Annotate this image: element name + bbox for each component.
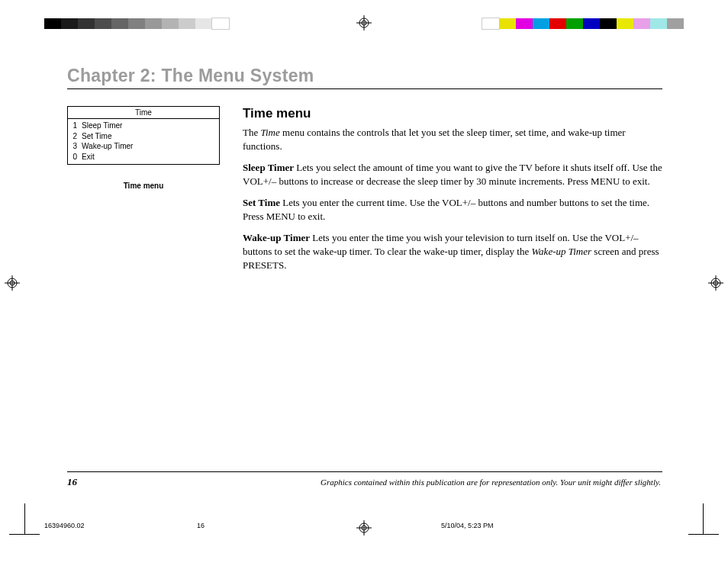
- menu-box-item: 1Sleep Timer: [71, 121, 216, 131]
- menu-box-item: 2Set Time: [71, 131, 216, 142]
- crop-mark-icon: [703, 503, 704, 534]
- crop-mark-icon: [688, 534, 719, 535]
- body-paragraph: Set Time Lets you enter the current time…: [243, 196, 662, 224]
- chapter-title: Chapter 2: The Menu System: [67, 66, 662, 89]
- slug-doc-id: 16394960.02: [44, 522, 197, 529]
- crop-mark-icon: [24, 503, 25, 534]
- menu-box-item: 3Wake-up Timer: [71, 141, 216, 152]
- footer-rule: [67, 471, 662, 472]
- registration-mark-icon: [5, 275, 20, 291]
- menu-box-title: Time: [68, 107, 219, 119]
- page-number: 16: [67, 476, 77, 488]
- registration-mark-icon: [708, 275, 723, 291]
- registration-mark-icon: [356, 15, 372, 31]
- body-paragraph: Sleep Timer Lets you select the amount o…: [243, 161, 662, 188]
- slug-timestamp: 5/10/04, 5:23 PM: [441, 522, 684, 529]
- body-paragraph: Wake-up Timer Lets you enter the time yo…: [243, 231, 662, 272]
- slug-page: 16: [197, 522, 441, 529]
- menu-box-item: 0Exit: [71, 152, 216, 162]
- crop-mark-icon: [9, 534, 40, 535]
- menu-box-caption: Time menu: [67, 182, 220, 190]
- body-paragraph: The Time menu contains the controls that…: [243, 126, 662, 153]
- section-title: Time menu: [243, 106, 662, 121]
- printer-colorbar-gray: [44, 18, 229, 29]
- footer-note: Graphics contained within this publicati…: [321, 478, 661, 487]
- printer-colorbar-color: [482, 18, 684, 29]
- time-menu-graphic: Time 1Sleep Timer2Set Time3Wake-up Timer…: [67, 106, 220, 165]
- imposition-slug: 16394960.02 16 5/10/04, 5:23 PM: [44, 522, 684, 529]
